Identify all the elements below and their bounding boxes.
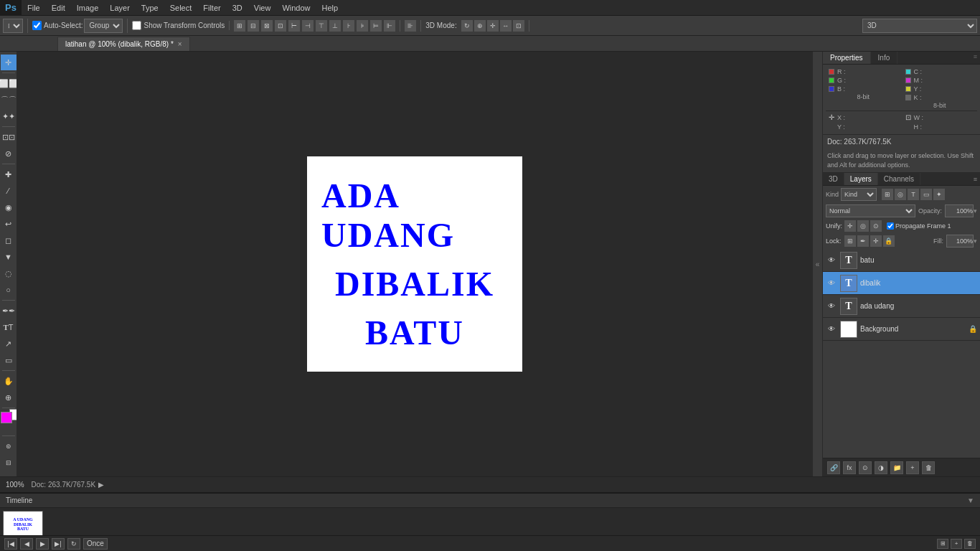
align-left[interactable]: ⊡ [275, 20, 286, 32]
tool-mode-select[interactable]: ⊞ [3, 19, 23, 33]
align-bottom[interactable]: ⊥ [329, 20, 341, 32]
menu-file[interactable]: File [22, 0, 46, 15]
filter-type-icon[interactable]: T [908, 189, 919, 200]
align-bottom-right[interactable]: ⊦ [343, 20, 354, 32]
tl-once-label[interactable]: Once [83, 538, 108, 550]
pen-tool[interactable]: ✒ [1, 303, 17, 319]
add-adjustment-btn[interactable]: ◑ [875, 461, 887, 474]
blend-mode-select[interactable]: Normal [826, 204, 915, 217]
opacity-input[interactable] [945, 204, 974, 217]
menu-select[interactable]: Select [164, 0, 198, 15]
auto-select-type[interactable]: Group [84, 19, 123, 33]
propagate-checkbox[interactable] [887, 222, 894, 230]
lock-pixels-icon[interactable]: ✒ [857, 235, 869, 247]
filter-shape-icon[interactable]: ▭ [920, 189, 932, 200]
panel-collapse-btn[interactable]: « [812, 52, 822, 476]
panel-menu-btn[interactable]: ≡ [971, 52, 980, 64]
menu-window[interactable]: Window [276, 0, 316, 15]
zoom-tool[interactable]: ⊕ [1, 390, 17, 405]
eye-background[interactable]: 👁 [826, 324, 837, 335]
layer-item-batu[interactable]: 👁 T batu [823, 249, 980, 272]
tl-play-btn[interactable]: ▶ [36, 538, 49, 550]
menu-edit[interactable]: Edit [46, 0, 71, 15]
eraser-tool[interactable]: ◻ [1, 232, 17, 248]
hand-tool[interactable]: ✋ [1, 373, 17, 389]
menu-view[interactable]: View [248, 0, 277, 15]
lock-all-icon[interactable]: 🔒 [883, 235, 895, 247]
fill-arrow[interactable]: ▾ [974, 237, 977, 245]
shape-tool[interactable]: ▭ [1, 352, 17, 368]
tab-3d[interactable]: 3D [823, 173, 844, 185]
tab-close-btn[interactable]: × [178, 40, 182, 48]
dodge-tool[interactable]: ○ [1, 282, 17, 298]
unify-style-icon[interactable]: ◎ [857, 220, 869, 232]
3d-slide[interactable]: ↔ [500, 20, 512, 32]
menu-help[interactable]: Help [316, 0, 344, 15]
add-style-btn[interactable]: fx [843, 461, 856, 474]
distribute-v[interactable]: ⊨ [370, 20, 382, 32]
screen-mode-tool[interactable]: ⊟ [1, 455, 17, 471]
brush-tool[interactable]: ∕ [1, 183, 17, 199]
layer-item-background[interactable]: 👁 Background 🔒 [823, 318, 980, 341]
align-top-left[interactable]: ⊞ [234, 20, 245, 32]
type-tool[interactable]: T [1, 319, 17, 335]
3d-mode-select[interactable]: 3D [862, 19, 977, 33]
filter-pixel-icon[interactable]: ⊞ [882, 189, 893, 200]
properties-tab[interactable]: Properties [823, 52, 871, 64]
lock-position-icon[interactable]: ✛ [870, 235, 882, 247]
distribute-end[interactable]: ⊩ [384, 20, 395, 32]
lasso-tool[interactable]: ⌒ [1, 92, 17, 108]
menu-image[interactable]: Image [71, 0, 105, 15]
delete-layer-btn[interactable]: 🗑 [922, 461, 935, 474]
align-bottom-left[interactable]: ⊤ [316, 20, 327, 32]
auto-select-checkbox[interactable] [32, 21, 42, 30]
distribute-h[interactable]: ⊧ [357, 20, 368, 32]
unify-vis-icon[interactable]: ⊙ [870, 220, 882, 232]
3d-roll[interactable]: ⊕ [474, 20, 486, 32]
tab-channels[interactable]: Channels [878, 173, 920, 185]
layers-menu-btn[interactable]: ≡ [974, 176, 977, 183]
blur-tool[interactable]: ◌ [1, 265, 17, 281]
menu-type[interactable]: Type [136, 0, 164, 15]
tab-layers[interactable]: Layers [844, 173, 878, 185]
tl-loop-btn[interactable]: ↻ [67, 538, 80, 550]
align-right[interactable]: ⊣ [302, 20, 314, 32]
crop-tool[interactable]: ⊡ [1, 129, 17, 145]
history-tool[interactable]: ↩ [1, 216, 17, 232]
marquee-tool[interactable]: ⬜ [1, 75, 17, 91]
align-top[interactable]: ⊟ [248, 20, 259, 32]
layer-item-dibalik[interactable]: 👁 T dibalik [823, 272, 980, 295]
add-group-btn[interactable]: 📁 [890, 461, 903, 474]
info-tab[interactable]: Info [871, 52, 898, 64]
fill-input[interactable] [946, 235, 974, 248]
eye-batu[interactable]: 👁 [826, 255, 837, 266]
move-tool[interactable] [1, 55, 17, 70]
3d-scale[interactable]: ⊡ [513, 20, 524, 32]
align-center[interactable]: ⊢ [288, 20, 300, 32]
filter-smart-icon[interactable]: ✦ [933, 189, 945, 200]
menu-3d[interactable]: 3D [227, 0, 248, 15]
status-doc-info-btn[interactable]: Doc: 263.7K/767.5K ▶ [32, 481, 105, 489]
link-layers-btn[interactable]: 🔗 [827, 461, 840, 474]
healing-tool[interactable]: ✚ [1, 166, 17, 182]
quick-mask-tool[interactable]: ⊚ [1, 438, 17, 454]
document-tab[interactable]: latihan @ 100% (dibalik, RGB/8) * × [57, 37, 190, 51]
3d-pan[interactable]: ✛ [487, 20, 499, 32]
eye-dibalik[interactable]: 👁 [826, 278, 837, 289]
arrange-icon[interactable]: ⊪ [405, 20, 416, 32]
kind-select[interactable]: Kind [841, 188, 877, 201]
tl-add-frame-btn[interactable]: + [951, 539, 962, 549]
magic-wand-tool[interactable]: ✦ [1, 108, 17, 124]
eye-ada-udang[interactable]: 👁 [826, 301, 837, 312]
add-mask-btn[interactable]: ⊙ [859, 461, 872, 474]
tl-next-frame-btn[interactable]: ▶| [52, 538, 65, 550]
tl-settings-btn[interactable]: ⊞ [937, 539, 948, 549]
tl-prev-frame-btn[interactable]: ◀ [20, 538, 33, 550]
canvas-area[interactable]: ADA UDANG DIBALIK BATU [17, 52, 812, 476]
eyedropper-tool[interactable]: ⊘ [1, 146, 17, 161]
gradient-tool[interactable]: ▼ [1, 249, 17, 265]
menu-filter[interactable]: Filter [197, 0, 226, 15]
layer-item-ada-udang[interactable]: 👁 T ada udang [823, 295, 980, 318]
opacity-arrow[interactable]: ▾ [974, 207, 977, 215]
timeline-frame-1[interactable]: A UDANGDIBALIKBATU 0 sec. ▾ [3, 511, 43, 535]
